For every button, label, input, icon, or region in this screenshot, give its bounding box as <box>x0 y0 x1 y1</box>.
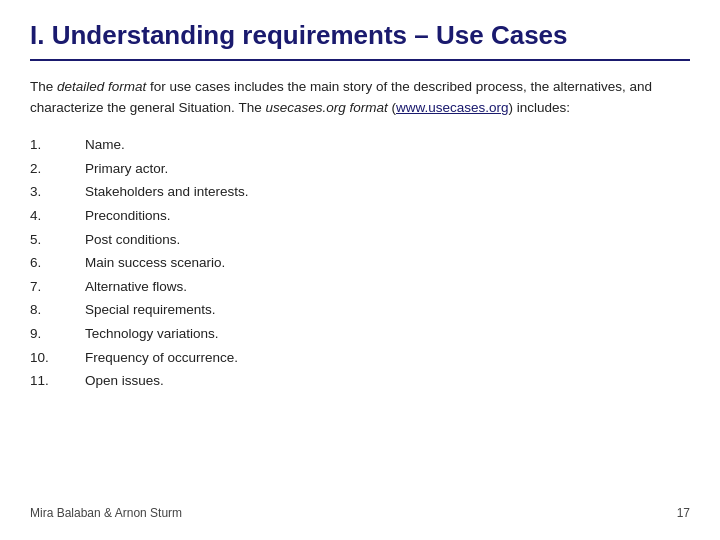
list-item-number: 8. <box>30 298 85 322</box>
list-item-number: 1. <box>30 133 85 157</box>
list-item-text: Open issues. <box>85 369 164 393</box>
list-item: 1.Name. <box>30 133 690 157</box>
list-item-number: 3. <box>30 180 85 204</box>
list-item-text: Technology variations. <box>85 322 219 346</box>
list-item-number: 10. <box>30 346 85 370</box>
list-item: 3.Stakeholders and interests. <box>30 180 690 204</box>
list-item: 9.Technology variations. <box>30 322 690 346</box>
list-item: 6.Main success scenario. <box>30 251 690 275</box>
list-item-text: Alternative flows. <box>85 275 187 299</box>
list-item-number: 5. <box>30 228 85 252</box>
usecases-link[interactable]: www.usecases.org <box>396 100 509 115</box>
list-item-number: 2. <box>30 157 85 181</box>
list-item: 7.Alternative flows. <box>30 275 690 299</box>
list-item-text: Post conditions. <box>85 228 180 252</box>
title-divider <box>30 59 690 61</box>
list-item-number: 9. <box>30 322 85 346</box>
list-item-number: 11. <box>30 369 85 393</box>
list-item-text: Frequency of occurrence. <box>85 346 238 370</box>
footer-author: Mira Balaban & Arnon Sturm <box>30 506 182 520</box>
list-item-text: Primary actor. <box>85 157 168 181</box>
intro-italic2: usecases.org format <box>265 100 387 115</box>
list-item-text: Main success scenario. <box>85 251 225 275</box>
list-item-number: 7. <box>30 275 85 299</box>
list-item: 10.Frequency of occurrence. <box>30 346 690 370</box>
slide: I. Understanding requirements – Use Case… <box>0 0 720 540</box>
list-item-number: 6. <box>30 251 85 275</box>
list-item: 5.Post conditions. <box>30 228 690 252</box>
list-item-text: Preconditions. <box>85 204 171 228</box>
numbered-list: 1.Name.2.Primary actor.3.Stakeholders an… <box>30 133 690 393</box>
list-item-text: Name. <box>85 133 125 157</box>
footer-page-number: 17 <box>677 506 690 520</box>
intro-italic1: detailed format <box>57 79 146 94</box>
list-item: 8.Special requirements. <box>30 298 690 322</box>
list-item-text: Special requirements. <box>85 298 216 322</box>
slide-footer: Mira Balaban & Arnon Sturm 17 <box>30 496 690 520</box>
list-item: 4.Preconditions. <box>30 204 690 228</box>
list-item-number: 4. <box>30 204 85 228</box>
list-item: 2.Primary actor. <box>30 157 690 181</box>
intro-paragraph: The detailed format for use cases includ… <box>30 77 690 119</box>
list-item: 11.Open issues. <box>30 369 690 393</box>
slide-title: I. Understanding requirements – Use Case… <box>30 20 690 51</box>
list-item-text: Stakeholders and interests. <box>85 180 249 204</box>
